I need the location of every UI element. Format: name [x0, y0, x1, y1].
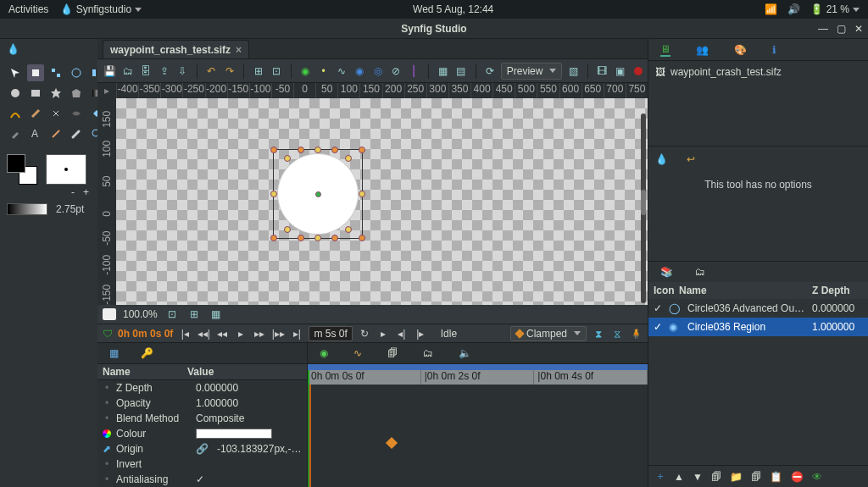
snap-grid-icon[interactable]: ⊡: [269, 64, 283, 79]
paste-layer-icon[interactable]: 📋: [770, 471, 782, 483]
param-row[interactable]: •Blend MethodComposite: [97, 411, 307, 426]
seek-prev-key-icon[interactable]: ◂◂|: [197, 327, 210, 340]
star-tool[interactable]: [47, 85, 64, 102]
render-icon[interactable]: 🎞: [595, 64, 609, 79]
cutout-tool[interactable]: [47, 105, 64, 122]
record-indicator-icon[interactable]: [634, 67, 643, 75]
param-row[interactable]: •Z Depth0.000000: [97, 380, 307, 396]
toggle-show-icon[interactable]: 👁: [812, 471, 822, 483]
grid-icon[interactable]: ▦: [436, 64, 450, 79]
draw-tool[interactable]: [27, 105, 44, 122]
layers-name-header[interactable]: Name: [679, 285, 812, 296]
onion-off-icon[interactable]: ⊘: [388, 64, 403, 79]
import-icon[interactable]: ⇩: [175, 64, 189, 79]
lower-layer-icon[interactable]: ▼: [693, 471, 703, 483]
tab-close-icon[interactable]: ×: [236, 44, 242, 56]
zoom-100-icon[interactable]: ⊞: [186, 307, 202, 322]
undo-icon[interactable]: ↶: [204, 64, 219, 79]
timeline-canvas[interactable]: [308, 385, 648, 487]
waypoint-key[interactable]: [386, 437, 398, 449]
seek-end-icon[interactable]: ▸|: [290, 327, 303, 340]
document-tab[interactable]: waypoint_crash_test.sifz ×: [103, 40, 249, 58]
param-value[interactable]: ✓: [196, 473, 302, 485]
raise-layer-icon[interactable]: ▲: [674, 471, 684, 483]
palette-tab-icon[interactable]: 🎨: [734, 44, 747, 56]
animate-mode-icon[interactable]: 🛡: [103, 328, 113, 340]
preview-icon[interactable]: ▣: [613, 64, 627, 79]
maximize-button[interactable]: ▢: [837, 23, 846, 35]
interpolation-select[interactable]: Clamped: [510, 326, 587, 341]
toggle-rulers-icon[interactable]: ▦: [209, 307, 224, 322]
keyframe-future-icon[interactable]: ⧖: [610, 327, 624, 340]
layer-visible-checkbox[interactable]: ✓: [654, 302, 664, 314]
canvas-browser-tab-icon[interactable]: 🖥: [660, 43, 670, 57]
bone-icon[interactable]: ⎮: [407, 64, 421, 79]
close-button[interactable]: ✕: [854, 23, 863, 35]
scale-tool[interactable]: [47, 64, 64, 81]
color-value-swatch[interactable]: [196, 429, 272, 439]
save-as-icon[interactable]: 🗂: [120, 64, 135, 79]
seek-start-icon[interactable]: |◂: [178, 327, 192, 340]
curves-tab-icon[interactable]: ∿: [353, 347, 362, 359]
ruler-corner[interactable]: ▸: [97, 83, 116, 98]
timeline-ruler[interactable]: 0h 0m 0s 0f |0h 0m 2s 0f |0h 0m 4s 0f: [308, 370, 648, 385]
keyframes-tab-icon[interactable]: 🔑: [141, 347, 153, 359]
refresh-icon[interactable]: ⟳: [482, 64, 497, 79]
zoom-fit-icon[interactable]: ⊡: [164, 307, 180, 322]
onion-blue-icon[interactable]: ◉: [353, 64, 367, 79]
selection-bbox[interactable]: [273, 149, 363, 239]
text-tool[interactable]: A: [27, 125, 44, 142]
end-time-field[interactable]: m 5s 0f: [309, 326, 352, 341]
sketch-tool[interactable]: [47, 125, 64, 142]
sets-tab-icon[interactable]: 🗂: [423, 347, 433, 359]
params-name-header[interactable]: Name: [103, 366, 187, 378]
export-icon[interactable]: ⇪: [157, 64, 171, 79]
tool-options-reset-icon[interactable]: ↩: [687, 153, 695, 165]
loop-icon[interactable]: ↻: [358, 327, 371, 340]
smooth-move-tool[interactable]: [27, 64, 44, 81]
minimize-button[interactable]: —: [818, 23, 828, 35]
history-tab-icon[interactable]: 🗐: [387, 347, 398, 359]
param-value[interactable]: 1.000000: [196, 397, 302, 409]
param-value[interactable]: Composite: [196, 412, 302, 424]
guides-icon[interactable]: ▤: [453, 64, 468, 79]
curve-icon[interactable]: ∿: [334, 64, 348, 79]
gradient-preview[interactable]: [7, 203, 47, 215]
sound-tab-icon[interactable]: 🔈: [459, 347, 471, 359]
toggle-background-icon[interactable]: [103, 308, 116, 320]
param-value[interactable]: -103.183927px,-15.800689px: [217, 443, 302, 455]
layers-icon-header[interactable]: Icon: [654, 285, 679, 296]
keyframe-lock-next-icon[interactable]: |▸: [414, 327, 427, 340]
param-value[interactable]: 0.000000: [196, 382, 302, 394]
save-all-icon[interactable]: 🗄: [139, 64, 153, 79]
duplicate-layer-icon[interactable]: 🗐: [711, 471, 721, 483]
seek-back-icon[interactable]: ◂◂: [215, 327, 229, 340]
eyedrop-tool[interactable]: [7, 125, 24, 142]
timetrack-tab-icon[interactable]: ◉: [320, 347, 328, 359]
layer-row[interactable]: ✓◉Circle036 Region1.000000: [648, 318, 868, 336]
layer-row[interactable]: ✓◯Circle036 Advanced Outline0.000000: [648, 299, 868, 318]
polygon-tool[interactable]: [68, 85, 85, 102]
circle-tool[interactable]: [7, 85, 24, 102]
app-menu[interactable]: 💧 Synfigstudio: [60, 3, 142, 15]
param-row[interactable]: Colour: [97, 426, 307, 441]
copy-layer-icon[interactable]: 🗐: [751, 471, 761, 483]
render-quality-select[interactable]: Preview: [501, 63, 563, 80]
spline-tool[interactable]: [7, 105, 24, 122]
brush-decrease[interactable]: -: [71, 186, 75, 198]
param-row[interactable]: •Opacity1.000000: [97, 396, 307, 411]
params-value-header[interactable]: Value: [187, 366, 214, 378]
navigator-tab-icon[interactable]: 👥: [696, 44, 709, 56]
info-tab-icon[interactable]: ℹ: [772, 44, 776, 56]
redo-icon[interactable]: ↷: [222, 64, 236, 79]
onion-skin-icon[interactable]: ◎: [370, 64, 385, 79]
layers-zdepth-header[interactable]: Z Depth: [812, 285, 863, 296]
keyframe-lock-prev-icon[interactable]: ◂|: [395, 327, 409, 340]
params-tab-icon[interactable]: ▦: [109, 347, 119, 359]
save-icon[interactable]: 💾: [103, 64, 117, 79]
keyframe-past-icon[interactable]: ⧗: [592, 327, 605, 340]
transform-tool[interactable]: [7, 64, 24, 81]
activities-button[interactable]: Activities: [8, 3, 48, 15]
library-tab-icon[interactable]: 🗂: [695, 266, 705, 278]
onion-green-icon[interactable]: ◉: [298, 64, 313, 79]
